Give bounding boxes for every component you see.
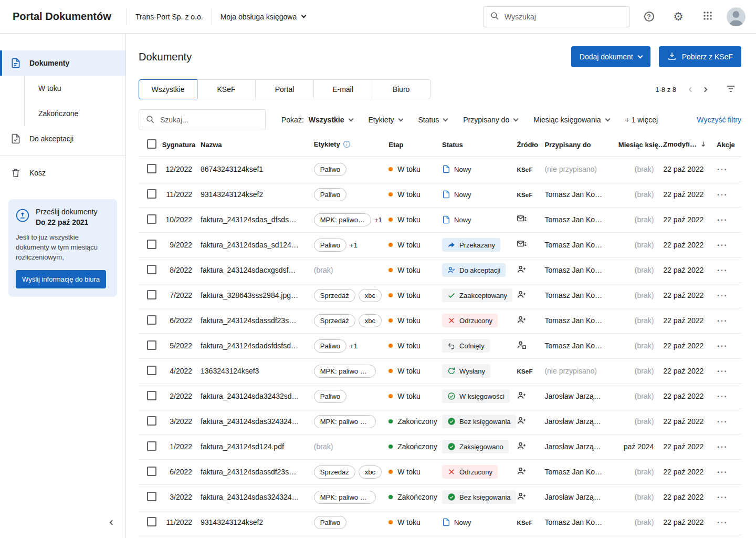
tab-ksef[interactable]: KSeF: [197, 79, 256, 99]
table-filter-button[interactable]: [720, 79, 741, 100]
table-search[interactable]: [139, 109, 266, 130]
row-checkbox[interactable]: [147, 164, 156, 173]
row-checkbox[interactable]: [147, 265, 156, 274]
row-actions-button more-actions-icon[interactable]: [717, 290, 728, 301]
cell-nazwa document-link[interactable]: 93143243124ksef2: [201, 510, 314, 535]
row-checkbox[interactable]: [147, 517, 156, 526]
row-actions-button more-actions-icon[interactable]: [717, 467, 728, 477]
status-filter-dropdown[interactable]: Status: [418, 116, 448, 124]
row-checkbox[interactable]: [147, 416, 156, 426]
global-search[interactable]: [483, 6, 630, 27]
table-row[interactable]: 9/2022 faktura_243124sdas_sd124… Paliwo+…: [139, 232, 741, 257]
row-checkbox[interactable]: [147, 492, 156, 501]
booking-month-filter-dropdown[interactable]: Miesiąc księgowania: [533, 116, 609, 124]
table-row[interactable]: 11/2022 93143243124ksef2 Paliwo W toku N…: [139, 510, 741, 535]
labels-filter-dropdown[interactable]: Etykiety: [369, 116, 403, 124]
row-checkbox[interactable]: [147, 467, 156, 476]
help-button[interactable]: ?: [638, 6, 659, 27]
info-icon[interactable]: [343, 140, 351, 150]
row-actions-button more-actions-icon[interactable]: [717, 265, 728, 275]
row-checkbox[interactable]: [147, 366, 156, 375]
cell-nazwa document-link[interactable]: faktura_328643sss2984.jpg…: [201, 283, 314, 308]
row-checkbox[interactable]: [147, 441, 156, 451]
row-checkbox[interactable]: [147, 240, 156, 249]
sidebar-collapse-button[interactable]: [101, 513, 120, 532]
cell-nazwa document-link[interactable]: faktura_243124sdacxgsdsf…: [201, 257, 314, 283]
cell-nazwa document-link[interactable]: faktura_243124sdassdf23s…: [201, 459, 314, 484]
column-nazwa[interactable]: Nazwa: [201, 133, 314, 157]
table-row[interactable]: 3/2022 faktura_243124sdas324324… MPK: pa…: [139, 409, 741, 434]
column-status[interactable]: Status: [442, 133, 517, 157]
add-document-button[interactable]: Dodaj dokument: [571, 46, 650, 67]
column-zrodlo[interactable]: Źródło: [517, 133, 544, 157]
row-actions-button more-actions-icon[interactable]: [717, 492, 728, 502]
row-checkbox[interactable]: [147, 290, 156, 299]
column-sygnatura[interactable]: Sygnatura: [162, 133, 201, 157]
sidebar-item-w-toku[interactable]: W toku: [25, 76, 125, 101]
download-ksef-button[interactable]: Pobierz z KSeF: [659, 46, 741, 67]
pagination-next-button[interactable]: [698, 82, 713, 97]
table-row[interactable]: 5/2022 faktura_243124sdadsfdsfsd… Paliwo…: [139, 333, 741, 358]
table-row[interactable]: 1/2022 faktura_243124sd124.pdf (brak) Za…: [139, 434, 741, 459]
select-all-checkbox[interactable]: [147, 139, 156, 149]
send-info-to-office-button[interactable]: Wyślij informację do biura: [16, 270, 106, 288]
more-filters-button[interactable]: + 1 więcej: [625, 116, 658, 124]
tab-portal[interactable]: Portal: [255, 79, 314, 99]
tab-biuro[interactable]: Biuro: [372, 79, 430, 99]
table-row[interactable]: 4/2022 1363243124ksef3 MPK: paliwo na… W…: [139, 358, 741, 384]
row-actions-button more-actions-icon[interactable]: [717, 517, 728, 527]
column-zmodyfikowano[interactable]: Zmodyfi…: [663, 133, 717, 157]
sidebar-item-dokumenty[interactable]: Dokumenty: [0, 50, 125, 76]
table-row[interactable]: 6/2022 faktura_243124sdassdf23s… Sprzeda…: [139, 459, 741, 484]
row-actions-button more-actions-icon[interactable]: [717, 441, 728, 452]
table-row[interactable]: 12/2022 86743243124ksef1 Paliwo W toku N…: [139, 157, 741, 182]
row-checkbox[interactable]: [147, 189, 156, 199]
sort-desc-icon[interactable]: [699, 140, 707, 150]
table-row[interactable]: 8/2022 faktura_243124sdacxgsdsf… (brak) …: [139, 257, 741, 283]
cell-nazwa document-link[interactable]: 1363243124ksef3: [201, 358, 314, 384]
cell-nazwa document-link[interactable]: 86743243124ksef1: [201, 157, 314, 182]
row-actions-button more-actions-icon[interactable]: [717, 340, 728, 351]
table-row[interactable]: 2/2022 faktura_243124sda32432sd… Paliwo …: [139, 384, 741, 409]
row-actions-button more-actions-icon[interactable]: [717, 366, 728, 376]
clear-filters-button[interactable]: Wyczyść filtry: [697, 116, 741, 124]
column-etap[interactable]: Etap: [388, 133, 442, 157]
cell-nazwa document-link[interactable]: faktura_243124sdas324324…: [201, 409, 314, 434]
row-actions-button more-actions-icon[interactable]: [717, 164, 728, 174]
table-row[interactable]: 10/2022 faktura_243124sdas_dfsds… MPK: p…: [139, 207, 741, 232]
row-actions-button more-actions-icon[interactable]: [717, 189, 728, 200]
assignee-filter-dropdown[interactable]: Przypisany do: [463, 116, 518, 124]
cell-nazwa document-link[interactable]: faktura_243124sdadsfdsfsd…: [201, 333, 314, 358]
cell-nazwa document-link[interactable]: faktura_243124sdas_dfsds…: [201, 207, 314, 232]
column-miesiac[interactable]: Miesiąc księ…: [618, 133, 663, 157]
column-etykiety[interactable]: Etykiety: [314, 133, 388, 157]
sidebar-item-kosz[interactable]: Kosz: [0, 160, 125, 185]
tab-wszystkie[interactable]: Wszystkie: [139, 79, 197, 99]
row-actions-button more-actions-icon[interactable]: [717, 391, 728, 401]
cell-nazwa document-link[interactable]: faktura_243124sdas_sd124…: [201, 232, 314, 257]
global-search-input[interactable]: [505, 13, 623, 21]
row-checkbox[interactable]: [147, 214, 156, 224]
row-actions-button more-actions-icon[interactable]: [717, 416, 728, 427]
cell-nazwa document-link[interactable]: faktura_243124sdas324324…: [201, 484, 314, 510]
row-actions-button more-actions-icon[interactable]: [717, 240, 728, 250]
settings-button[interactable]: ⚙: [668, 6, 689, 27]
user-avatar[interactable]: [727, 7, 746, 26]
cell-nazwa document-link[interactable]: faktura_243124sd124.pdf: [201, 434, 314, 459]
tab-email[interactable]: E-mail: [313, 79, 372, 99]
cell-nazwa document-link[interactable]: 93143243124ksef2: [201, 182, 314, 207]
row-actions-button more-actions-icon[interactable]: [717, 315, 728, 326]
account-switcher[interactable]: Moja obsługa księgowa: [220, 13, 306, 21]
cell-nazwa document-link[interactable]: faktura_243124sda32432sd…: [201, 384, 314, 409]
table-search-input[interactable]: [160, 116, 259, 124]
column-przypisany-do[interactable]: Przypisany do: [544, 133, 618, 157]
sidebar-item-do-akceptacji[interactable]: Do akceptacji: [0, 126, 125, 151]
table-row[interactable]: 3/2022 faktura_243124sdas324324… MPK: pa…: [139, 484, 741, 510]
row-checkbox[interactable]: [147, 315, 156, 325]
pagination-prev-button[interactable]: [682, 82, 697, 97]
sidebar-item-zakonczone[interactable]: Zakończone: [25, 101, 125, 126]
row-actions-button more-actions-icon[interactable]: [717, 214, 728, 225]
row-checkbox[interactable]: [147, 391, 156, 400]
apps-grid-button[interactable]: [697, 6, 718, 27]
row-checkbox[interactable]: [147, 340, 156, 350]
